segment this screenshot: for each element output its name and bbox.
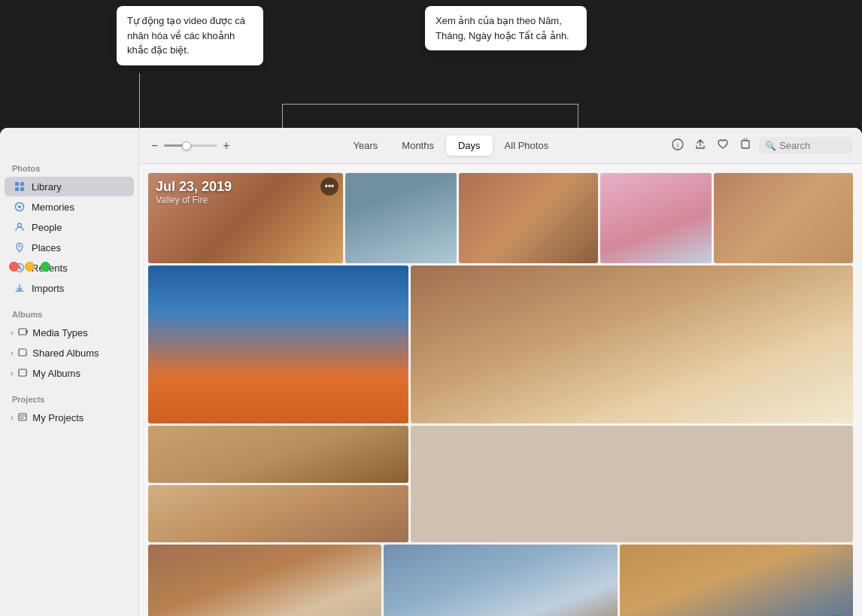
svg-rect-14 <box>19 414 26 420</box>
info-button[interactable]: i <box>669 135 687 156</box>
zoom-slider[interactable] <box>164 144 217 147</box>
tooltip-memories: Tự động tạo video được cá nhân hóa về cá… <box>117 6 263 65</box>
sidebar-group-shared-albums[interactable]: › Shared Albums <box>5 343 134 363</box>
share-button[interactable] <box>691 135 709 156</box>
sidebar-item-imports-label: Imports <box>32 283 64 294</box>
sidebar-item-places-label: Places <box>32 242 61 253</box>
sidebar-group-shared-albums-label: Shared Albums <box>32 347 99 359</box>
chevron-media-types: › <box>11 329 13 337</box>
main-content: − + Years Months Days All Photos i <box>139 128 862 616</box>
tooltip-view-modes: Xem ảnh của bạn theo Năm, Tháng, Ngày ho… <box>425 6 587 50</box>
photo-cell-4[interactable] <box>600 173 712 263</box>
grid-row-1: Jul 23, 2019 Valley of Fire ••• <box>148 173 853 263</box>
rotate-button[interactable] <box>736 135 754 156</box>
sidebar-item-people[interactable]: People <box>5 217 134 237</box>
main-window: Photos Library Memories <box>0 128 862 616</box>
svg-rect-17 <box>742 141 749 148</box>
grid-row-3 <box>148 426 853 542</box>
tooltip2-hline <box>282 104 578 105</box>
date-overlay: Jul 23, 2019 Valley of Fire <box>156 179 232 205</box>
sidebar-item-places[interactable]: Places <box>5 238 134 257</box>
tooltip2-vline-left <box>282 104 283 128</box>
tab-years[interactable]: Years <box>341 135 390 156</box>
photo-cell-3[interactable] <box>459 173 598 263</box>
photo-cell-spacer <box>411 426 853 542</box>
grid-col-left <box>148 426 408 542</box>
people-icon <box>14 221 26 233</box>
close-button[interactable] <box>9 262 19 272</box>
memories-icon <box>14 201 26 213</box>
sidebar-group-my-projects[interactable]: › My Projects <box>5 408 134 427</box>
zoom-controls: − + <box>148 138 233 154</box>
svg-rect-0 <box>15 182 19 186</box>
sidebar-item-library-label: Library <box>32 181 62 193</box>
sidebar-item-library[interactable]: Library <box>5 177 134 196</box>
search-icon: 🔍 <box>765 141 776 151</box>
photo-cell-wide2[interactable] <box>384 545 617 616</box>
sidebar-section-projects: Projects <box>0 389 138 407</box>
tab-all-photos[interactable]: All Photos <box>493 135 561 156</box>
tab-group: Years Months Days All Photos <box>341 135 561 156</box>
photo-grid: Jul 23, 2019 Valley of Fire ••• <box>139 164 862 616</box>
sidebar-section-photos: Photos <box>0 158 138 176</box>
sidebar-item-memories[interactable]: Memories <box>5 197 134 217</box>
sidebar-group-media-types-label: Media Types <box>32 327 87 338</box>
traffic-lights <box>9 262 50 272</box>
svg-point-7 <box>19 245 21 247</box>
sidebar-group-media-types[interactable]: › Media Types <box>5 323 134 342</box>
tooltip2-vline-right <box>578 104 578 128</box>
svg-rect-2 <box>15 187 19 191</box>
library-icon <box>14 181 26 193</box>
chevron-my-albums: › <box>11 369 13 378</box>
places-icon <box>14 241 26 253</box>
maximize-button[interactable] <box>41 262 50 272</box>
sidebar-group-my-albums[interactable]: › My Albums <box>5 363 134 383</box>
date-section-jul23: Jul 23, 2019 Valley of Fire ••• <box>148 173 853 616</box>
location-overlay: Valley of Fire <box>156 195 232 205</box>
photo-cell-road[interactable]: +3 <box>620 545 853 616</box>
sidebar-section-albums: Albums <box>0 304 138 322</box>
sidebar-item-people-label: People <box>32 222 62 233</box>
tab-months[interactable]: Months <box>390 135 446 156</box>
favorite-button[interactable] <box>714 135 732 156</box>
sidebar-group-my-projects-label: My Projects <box>32 412 83 423</box>
zoom-in-button[interactable]: + <box>220 138 232 154</box>
grid-row-2 <box>148 266 853 423</box>
my-albums-icon <box>17 367 29 379</box>
minimize-button[interactable] <box>25 262 35 272</box>
shared-albums-icon <box>17 347 29 359</box>
toolbar: − + Years Months Days All Photos i <box>139 128 862 164</box>
tab-days[interactable]: Days <box>446 135 493 156</box>
tooltip1-line <box>139 73 140 129</box>
sidebar-item-memories-label: Memories <box>32 202 74 213</box>
search-box: 🔍 <box>759 137 853 154</box>
svg-point-5 <box>18 205 21 208</box>
zoom-out-button[interactable]: − <box>148 138 161 154</box>
search-input[interactable] <box>779 140 847 151</box>
sidebar: Photos Library Memories <box>0 128 139 616</box>
photo-cell-wide1[interactable] <box>148 545 381 616</box>
sidebar-group-my-albums-label: My Albums <box>32 368 80 379</box>
date-title-overlay: Jul 23, 2019 <box>156 179 232 195</box>
photo-cell-1[interactable]: Jul 23, 2019 Valley of Fire ••• <box>148 173 343 263</box>
photo-cell-figure2[interactable] <box>148 485 408 542</box>
svg-rect-3 <box>20 187 24 191</box>
toolbar-actions: i <box>669 135 853 156</box>
photo-cell-5[interactable] <box>714 173 853 263</box>
media-types-icon <box>17 326 29 338</box>
imports-icon <box>14 282 26 294</box>
photo-cell-sunset[interactable] <box>148 266 408 423</box>
my-projects-icon <box>17 411 29 423</box>
chevron-my-projects: › <box>11 414 13 422</box>
photo-cell-2[interactable] <box>345 173 457 263</box>
svg-rect-13 <box>19 369 26 376</box>
photo-cell-bigrock[interactable] <box>411 266 853 423</box>
svg-rect-1 <box>20 182 24 186</box>
sidebar-item-imports[interactable]: Imports <box>5 278 134 298</box>
more-button[interactable]: ••• <box>320 178 338 196</box>
svg-text:i: i <box>677 141 678 149</box>
chevron-shared-albums: › <box>11 349 13 357</box>
grid-row-4: +3 <box>148 545 853 616</box>
photo-cell-figure1[interactable] <box>148 426 408 483</box>
svg-point-12 <box>26 350 28 352</box>
